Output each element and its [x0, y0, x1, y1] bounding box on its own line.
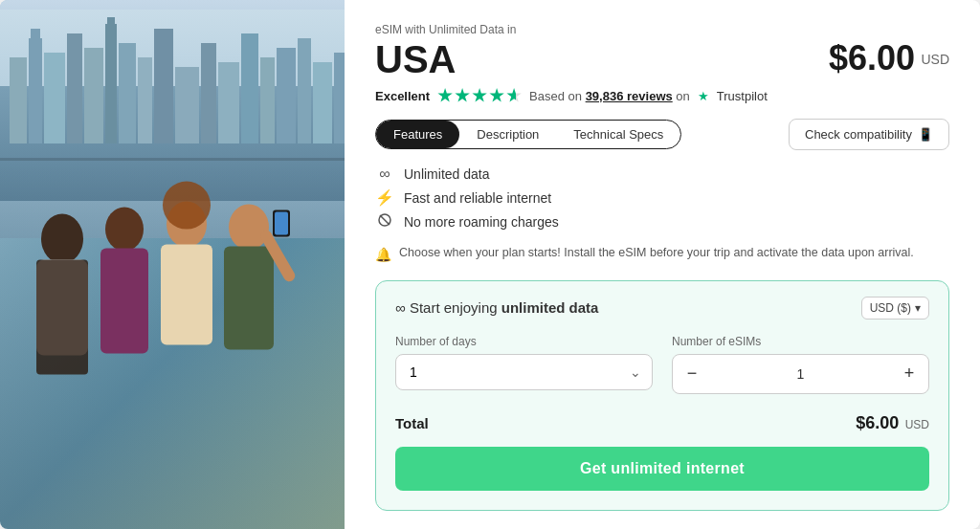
svg-rect-2	[10, 57, 27, 143]
booking-header-text2: unlimited data	[501, 299, 599, 316]
svg-line-37	[380, 215, 390, 225]
days-select[interactable]: 1 2 3 5 7 14 30	[395, 354, 653, 390]
svg-rect-10	[119, 43, 136, 143]
fields-row: Number of days 1 2 3 5 7 14 30	[395, 335, 929, 394]
total-price: $6.00	[856, 413, 899, 432]
svg-rect-9	[107, 17, 115, 27]
product-header: USA $6.00 USD	[375, 38, 949, 80]
esim-label: eSIM with Unlimited Data in	[375, 23, 949, 36]
total-row: Total $6.00 USD	[395, 413, 929, 433]
feature-text-1: Unlimited data	[404, 166, 490, 182]
svg-rect-14	[201, 43, 216, 143]
svg-rect-11	[138, 57, 152, 143]
svg-rect-20	[313, 62, 332, 143]
decrement-button[interactable]: −	[673, 355, 711, 393]
feature-text-3: No more roaming charges	[404, 214, 559, 230]
star-3	[472, 88, 487, 103]
check-compat-label: Check compatibility	[805, 127, 912, 142]
currency-dropdown[interactable]: USD ($) ▾	[861, 297, 929, 320]
lightning-icon: ⚡	[375, 188, 394, 207]
svg-rect-12	[154, 29, 173, 143]
tab-description[interactable]: Description	[459, 121, 556, 148]
svg-rect-35	[275, 211, 288, 234]
days-select-wrapper: 1 2 3 5 7 14 30	[395, 354, 653, 390]
get-unlimited-button[interactable]: Get unlimited internet	[395, 447, 929, 491]
page-container: eSIM with Unlimited Data in USA $6.00 US…	[0, 0, 980, 529]
total-currency: USD	[905, 418, 929, 431]
price-main: $6.00	[829, 38, 915, 77]
increment-button[interactable]: +	[890, 355, 928, 393]
tabs-container: Features Description Technical Specs	[375, 120, 681, 149]
esims-field-group: Number of eSIMs − 1 +	[672, 335, 929, 394]
tabs-row: Features Description Technical Specs Che…	[375, 119, 949, 150]
svg-rect-25	[36, 259, 88, 374]
content-panel: eSIM with Unlimited Data in USA $6.00 US…	[345, 0, 980, 529]
star-5	[506, 88, 522, 103]
svg-rect-8	[105, 24, 117, 143]
notice-icon: 🔔	[375, 246, 391, 265]
svg-rect-30	[161, 244, 212, 344]
days-field-group: Number of days 1 2 3 5 7 14 30	[395, 335, 653, 394]
svg-rect-27	[100, 248, 148, 353]
list-item: ⚡ Fast and reliable internet	[375, 188, 949, 207]
product-title: USA	[375, 38, 456, 80]
booking-card-header: ∞ Start enjoying unlimited data USD ($) …	[395, 297, 929, 320]
svg-point-29	[163, 181, 211, 229]
total-price-area: $6.00 USD	[856, 413, 929, 433]
esims-counter: − 1 +	[672, 354, 929, 394]
svg-rect-32	[224, 246, 274, 349]
trustpilot-label: Trustpilot	[717, 89, 768, 103]
svg-rect-16	[241, 33, 258, 143]
svg-rect-17	[260, 57, 275, 143]
svg-point-31	[229, 204, 269, 250]
esims-label: Number of eSIMs	[672, 335, 929, 348]
currency-label: USD ($)	[870, 301, 911, 315]
infinity-booking-icon: ∞	[395, 299, 410, 316]
notice-text: Choose when your plan starts! Install th…	[399, 245, 914, 262]
product-image	[0, 0, 345, 529]
days-label: Number of days	[395, 335, 653, 348]
total-label: Total	[395, 415, 429, 431]
notice-row: 🔔 Choose when your plan starts! Install …	[375, 245, 949, 265]
esims-value: 1	[711, 366, 890, 382]
star-2	[455, 88, 470, 103]
booking-card: ∞ Start enjoying unlimited data USD ($) …	[375, 280, 949, 511]
rating-label: Excellent	[375, 89, 430, 103]
star-4	[489, 88, 504, 103]
chevron-down-icon: ▾	[915, 301, 921, 315]
svg-rect-3	[29, 38, 42, 143]
check-compatibility-button[interactable]: Check compatibility 📱	[789, 119, 949, 150]
price-currency: USD	[921, 52, 949, 67]
svg-point-26	[105, 207, 144, 251]
svg-rect-21	[334, 53, 345, 143]
svg-point-23	[41, 213, 83, 263]
people-silhouettes	[0, 159, 345, 529]
svg-rect-7	[84, 48, 103, 143]
svg-rect-5	[44, 53, 65, 143]
svg-rect-4	[31, 29, 40, 43]
svg-rect-19	[298, 38, 311, 143]
list-item: No more roaming charges	[375, 212, 949, 231]
infinity-icon: ∞	[375, 165, 394, 183]
phone-icon: 📱	[918, 127, 933, 142]
rating-row: Excellent Based on 39,836 reviews on ★ T…	[375, 88, 949, 103]
star-1	[437, 88, 453, 103]
tab-features[interactable]: Features	[376, 121, 459, 148]
feature-text-2: Fast and reliable internet	[404, 190, 551, 206]
svg-rect-18	[277, 48, 296, 143]
reviews-text: Based on 39,836 reviews on	[529, 89, 690, 103]
svg-rect-15	[218, 62, 239, 143]
stars-container	[437, 88, 522, 103]
svg-rect-13	[175, 67, 199, 143]
booking-header-text1: Start enjoying	[410, 299, 498, 316]
svg-rect-6	[67, 33, 82, 143]
price-area: $6.00 USD	[829, 38, 949, 78]
no-roaming-icon	[375, 212, 394, 231]
tab-technical-specs[interactable]: Technical Specs	[556, 121, 680, 148]
reviews-link[interactable]: 39,836 reviews	[586, 89, 673, 103]
list-item: ∞ Unlimited data	[375, 165, 949, 183]
trustpilot-icon: ★	[698, 89, 709, 103]
unlimited-label: ∞ Start enjoying unlimited data	[395, 299, 598, 316]
features-list: ∞ Unlimited data ⚡ Fast and reliable int…	[375, 165, 949, 231]
